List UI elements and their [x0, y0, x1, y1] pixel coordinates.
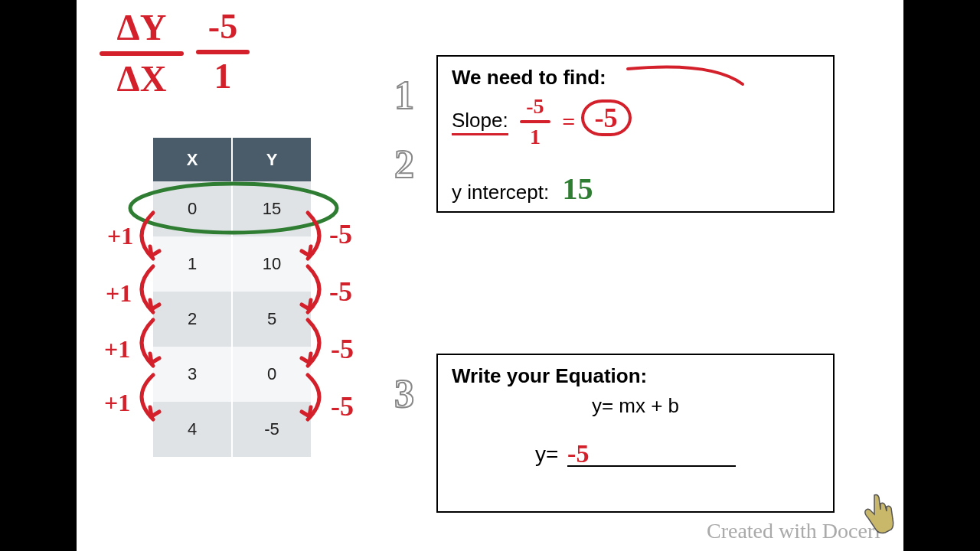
delta-fraction: ΔY ΔX -5 1: [100, 6, 250, 99]
table-row: 1 10: [153, 236, 311, 292]
table-row: 0 15: [153, 181, 311, 236]
box1-title: We need to find:: [452, 66, 819, 90]
equation-answer-line: y= -5: [452, 439, 819, 467]
step-number-3: 3: [394, 371, 414, 416]
delta-y-annotation: -5: [331, 390, 354, 422]
slope-label: Slope:: [452, 109, 508, 135]
header-y: Y: [232, 138, 311, 181]
table-row: 2 5: [153, 292, 311, 347]
delta-x-annotation: +1: [107, 222, 133, 250]
xy-table: X Y 0 15 1 10 2 5 3 0 4 -5: [153, 138, 311, 457]
fraction-bar: [196, 50, 250, 54]
box3-title: Write your Equation:: [452, 364, 819, 388]
equals-sign: =: [562, 109, 575, 134]
neg5-label: -5: [196, 6, 250, 47]
header-x: X: [153, 138, 232, 181]
slope-answer: -5: [581, 99, 632, 136]
slope-fraction: -5 1: [520, 94, 550, 149]
one-label: 1: [196, 56, 250, 96]
whiteboard: ΔY ΔX -5 1 X Y 0 15 1 10: [77, 0, 903, 551]
find-box: We need to find: Slope: -5 1 = -5 y inte…: [436, 55, 835, 213]
equation-template: y= mx + b: [452, 394, 819, 418]
watermark: Created with Doceri: [707, 519, 880, 543]
pointer-hand-icon: [859, 491, 897, 537]
delta-x-annotation: +1: [104, 389, 130, 417]
table-row: 3 0: [153, 347, 311, 402]
table-row: 4 -5: [153, 402, 311, 457]
delta-y-annotation: -5: [329, 218, 352, 250]
fraction-bar: [100, 51, 184, 56]
equation-box: Write your Equation: y= mx + b y= -5: [436, 354, 835, 513]
delta-y-annotation: -5: [329, 276, 352, 308]
delta-y-label: ΔY: [100, 6, 184, 48]
delta-x-annotation: +1: [104, 335, 130, 364]
delta-x-annotation: +1: [106, 279, 132, 308]
yintercept-value: 15: [562, 171, 593, 206]
step-number-2: 2: [394, 142, 414, 187]
delta-x-label: ΔX: [100, 57, 184, 99]
yintercept-label: y intercept:: [452, 181, 549, 204]
fraction-bar: [520, 120, 550, 123]
delta-y-annotation: -5: [331, 333, 354, 365]
equation-slope-value: -5: [567, 439, 589, 468]
step-number-1: 1: [394, 73, 414, 118]
